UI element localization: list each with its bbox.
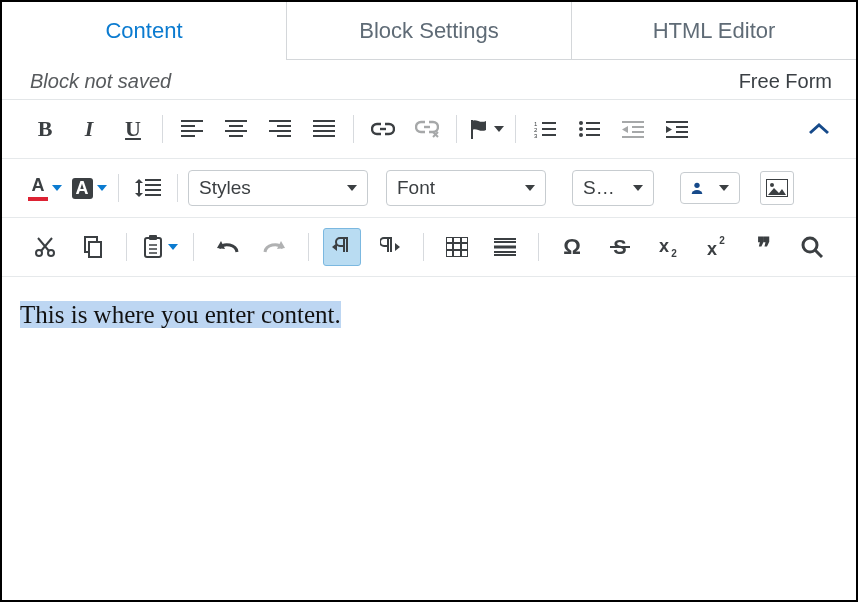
separator <box>456 115 457 143</box>
layout-type: Free Form <box>739 70 832 93</box>
svg-rect-52 <box>89 242 101 257</box>
svg-text:x: x <box>707 239 717 258</box>
indent-button[interactable] <box>658 110 696 148</box>
caret-down-icon <box>719 185 729 191</box>
unlink-icon <box>415 120 439 138</box>
image-button[interactable] <box>760 171 794 205</box>
bg-color-button[interactable]: A <box>70 169 108 207</box>
horizontal-rule-button[interactable] <box>486 228 524 266</box>
superscript-icon: x2 <box>705 236 727 258</box>
svg-text:x: x <box>659 236 669 256</box>
redo-icon <box>263 238 287 256</box>
personalization-button[interactable] <box>680 172 740 204</box>
separator <box>177 174 178 202</box>
ltr-icon <box>332 236 352 258</box>
outdent-icon <box>622 120 644 138</box>
align-center-icon <box>225 120 247 138</box>
unordered-list-button[interactable] <box>570 110 608 148</box>
unlink-button[interactable] <box>408 110 446 148</box>
tab-html-editor[interactable]: HTML Editor <box>572 2 856 60</box>
link-icon <box>371 122 395 136</box>
caret-down-icon <box>52 185 62 191</box>
copy-button[interactable] <box>74 228 112 266</box>
svg-text:2: 2 <box>671 248 677 258</box>
toolbar: B I U <box>2 99 856 276</box>
special-char-button[interactable]: Ω <box>553 228 591 266</box>
ltr-button[interactable] <box>323 228 361 266</box>
align-center-button[interactable] <box>217 110 255 148</box>
content-area[interactable]: This is where you enter content. <box>2 276 856 353</box>
caret-down-icon <box>97 185 107 191</box>
link-button[interactable] <box>364 110 402 148</box>
size-select[interactable]: S… <box>572 170 654 206</box>
svg-point-46 <box>770 183 774 187</box>
separator <box>423 233 424 261</box>
separator <box>515 115 516 143</box>
ordered-list-button[interactable]: 123 <box>526 110 564 148</box>
strikethrough-button[interactable]: S <box>601 228 639 266</box>
editor-body-text[interactable]: This is where you enter content. <box>20 301 341 328</box>
align-left-icon <box>181 120 203 138</box>
search-icon <box>801 236 823 258</box>
anchor-button[interactable] <box>467 110 505 148</box>
ordered-list-icon: 123 <box>534 120 556 138</box>
redo-button[interactable] <box>256 228 294 266</box>
toolbar-row-3: Ω S x2 x2 ❞ <box>2 217 856 276</box>
underline-button[interactable]: U <box>114 110 152 148</box>
italic-button[interactable]: I <box>70 110 108 148</box>
select-label: S… <box>583 177 615 199</box>
separator <box>162 115 163 143</box>
rtl-button[interactable] <box>371 228 409 266</box>
find-button[interactable] <box>793 228 831 266</box>
hr-icon <box>494 237 516 257</box>
editor-frame: Content Block Settings HTML Editor Block… <box>0 0 858 602</box>
separator <box>193 233 194 261</box>
caret-down-icon <box>633 185 643 191</box>
line-height-button[interactable] <box>129 169 167 207</box>
strikethrough-icon: S <box>609 236 631 258</box>
table-button[interactable] <box>438 228 476 266</box>
superscript-button[interactable]: x2 <box>697 228 735 266</box>
toolbar-row-2: A A Styles Font S… <box>2 158 856 217</box>
save-status: Block not saved <box>30 70 171 93</box>
styles-select[interactable]: Styles <box>188 170 368 206</box>
paste-button[interactable] <box>141 228 179 266</box>
separator <box>353 115 354 143</box>
tab-block-settings[interactable]: Block Settings <box>287 2 572 60</box>
caret-down-icon <box>494 126 504 132</box>
status-row: Block not saved Free Form <box>2 60 856 99</box>
caret-down-icon <box>347 185 357 191</box>
select-label: Styles <box>199 177 251 199</box>
bold-button[interactable]: B <box>26 110 64 148</box>
unordered-list-icon <box>578 120 600 138</box>
svg-point-44 <box>694 183 699 188</box>
svg-line-75 <box>815 250 822 257</box>
line-height-icon <box>135 177 161 199</box>
blockquote-button[interactable]: ❞ <box>745 228 783 266</box>
table-icon <box>446 237 468 257</box>
align-justify-button[interactable] <box>305 110 343 148</box>
toolbar-row-1: B I U <box>2 100 856 158</box>
align-right-icon <box>269 120 291 138</box>
copy-icon <box>82 236 104 258</box>
separator <box>538 233 539 261</box>
align-left-button[interactable] <box>173 110 211 148</box>
subscript-button[interactable]: x2 <box>649 228 687 266</box>
font-select[interactable]: Font <box>386 170 546 206</box>
outdent-button[interactable] <box>614 110 652 148</box>
tab-content[interactable]: Content <box>2 2 287 60</box>
scissors-icon <box>34 236 56 258</box>
svg-rect-54 <box>149 235 157 240</box>
subscript-icon: x2 <box>657 236 679 258</box>
separator <box>308 233 309 261</box>
collapse-toolbar-button[interactable] <box>800 110 838 148</box>
cut-button[interactable] <box>26 228 64 266</box>
image-icon <box>766 179 788 197</box>
undo-button[interactable] <box>208 228 246 266</box>
font-color-button[interactable]: A <box>26 169 64 207</box>
align-right-button[interactable] <box>261 110 299 148</box>
indent-icon <box>666 120 688 138</box>
svg-point-30 <box>579 133 583 137</box>
align-justify-icon <box>313 120 335 138</box>
svg-text:2: 2 <box>719 236 725 246</box>
